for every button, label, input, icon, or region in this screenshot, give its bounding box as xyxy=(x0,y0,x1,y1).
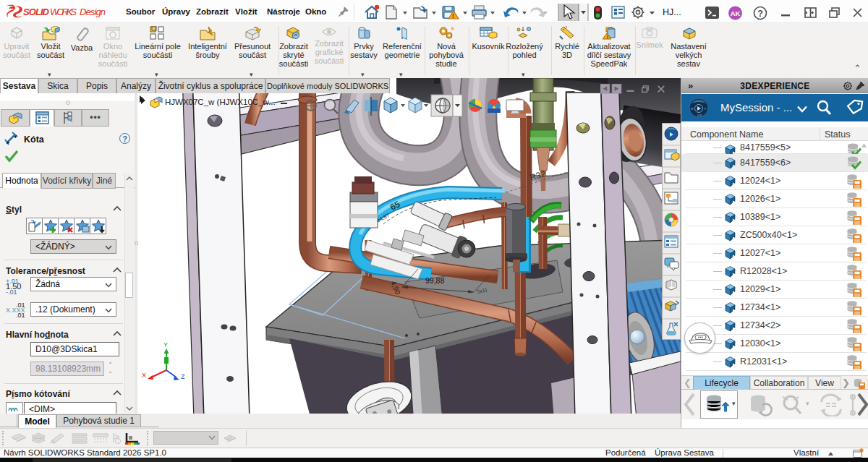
svg-text:99,88: 99,88 xyxy=(425,276,444,285)
svg-text:AK: AK xyxy=(731,9,741,17)
svg-text:X: X xyxy=(142,372,146,379)
svg-text:Design: Design xyxy=(80,7,106,17)
svg-text:!: ! xyxy=(452,12,454,20)
svg-text:Y: Y xyxy=(163,341,168,348)
svg-text:Z: Z xyxy=(181,373,185,380)
svg-text:?: ? xyxy=(757,9,763,19)
svg-text:!: ! xyxy=(607,34,609,40)
svg-text:V.R: V.R xyxy=(697,114,702,117)
svg-text:SOLID: SOLID xyxy=(23,7,50,17)
svg-text:M: M xyxy=(691,107,693,111)
svg-text:HJ...: HJ... xyxy=(663,7,681,17)
svg-text:WORKS: WORKS xyxy=(50,7,77,17)
